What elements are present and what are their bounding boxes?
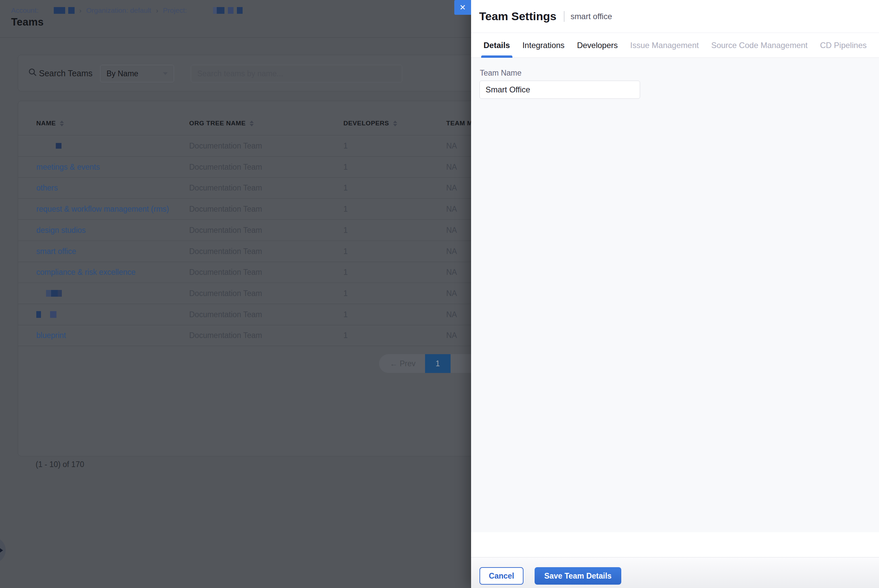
developers-cell: 1	[344, 289, 348, 298]
breadcrumb-organization[interactable]: Organization: default	[86, 6, 151, 15]
redaction-block	[228, 7, 234, 14]
developers-cell: 1	[344, 141, 348, 150]
team-name-redacted	[36, 290, 62, 297]
org-tree-name-cell: Documentation Team	[189, 289, 262, 298]
search-icon	[28, 68, 37, 76]
column-header-name[interactable]: NAME	[36, 120, 64, 127]
org-tree-name-cell: Documentation Team	[189, 141, 262, 150]
team-name-redacted	[36, 311, 57, 318]
tab-source-code-management: Source Code Management	[711, 33, 808, 58]
developers-cell: 1	[344, 162, 348, 171]
team-name-link[interactable]: meetings & events	[36, 162, 100, 171]
org-tree-name-cell: Documentation Team	[189, 162, 262, 171]
team-managers-cell: NA	[446, 268, 457, 277]
drawer-header: Team Settings smart office	[471, 0, 879, 33]
breadcrumb-account-redaction	[39, 7, 75, 14]
team-name-label: Team Name	[480, 69, 522, 78]
close-button[interactable]: ✕	[454, 0, 471, 15]
org-tree-name-cell: Documentation Team	[189, 310, 262, 319]
chevron-right-icon: ›	[79, 7, 82, 15]
redaction-block	[68, 7, 75, 14]
team-name-link[interactable]: compliance & risk excellence	[36, 268, 135, 277]
redaction-block	[46, 290, 51, 297]
redaction-block	[58, 290, 62, 297]
redaction-block	[54, 7, 65, 14]
team-managers-cell: NA	[446, 247, 457, 256]
breadcrumb-project-redaction	[187, 7, 243, 14]
redaction-block	[56, 143, 62, 149]
drawer-footer: Cancel Save Team Details	[471, 557, 879, 588]
title-separator	[564, 11, 564, 22]
search-input[interactable]	[191, 65, 402, 82]
breadcrumb-account-label[interactable]: Account:	[11, 6, 39, 15]
team-name-link[interactable]: blueprint	[36, 331, 66, 340]
org-tree-name-cell: Documentation Team	[189, 225, 262, 234]
org-tree-name-cell: Documentation Team	[189, 183, 262, 192]
tab-details[interactable]: Details	[483, 33, 510, 58]
sort-icon[interactable]	[393, 121, 397, 126]
developers-cell: 1	[344, 183, 348, 192]
developers-cell: 1	[344, 331, 348, 340]
cancel-button[interactable]: Cancel	[480, 567, 524, 585]
team-name-input[interactable]	[480, 81, 640, 99]
breadcrumb-project-label[interactable]: Project:	[163, 6, 187, 15]
pagination-prev-button[interactable]: ← Prev	[379, 359, 425, 368]
org-tree-name-cell: Documentation Team	[189, 331, 262, 340]
developers-cell: 1	[344, 247, 348, 256]
pagination-summary: (1 - 10) of 170	[36, 460, 84, 469]
team-managers-cell: NA	[446, 331, 457, 340]
org-tree-name-cell: Documentation Team	[189, 268, 262, 277]
redaction-block	[237, 7, 243, 14]
team-name-redacted	[36, 143, 62, 149]
chevron-right-icon: ›	[156, 7, 158, 15]
developers-cell: 1	[344, 268, 348, 277]
sort-icon[interactable]	[60, 121, 64, 126]
drawer-title: Team Settings	[479, 10, 556, 23]
redaction-block	[213, 7, 217, 14]
sort-icon[interactable]	[250, 121, 254, 126]
column-header-developers[interactable]: DEVELOPERS	[344, 120, 397, 127]
column-header-org-tree-name[interactable]: ORG TREE NAME	[189, 120, 254, 127]
breadcrumb: Account: › Organization: default › Proje…	[11, 6, 243, 15]
team-name-link[interactable]: request & workflow management (rms)	[36, 205, 169, 214]
team-managers-cell: NA	[446, 183, 457, 192]
redaction-block	[50, 311, 57, 318]
save-team-details-button[interactable]: Save Team Details	[535, 567, 621, 585]
drawer-subtitle: smart office	[570, 12, 612, 21]
page-title: Teams	[11, 16, 44, 28]
org-tree-name-cell: Documentation Team	[189, 205, 262, 214]
pagination-page-1[interactable]: 1	[425, 354, 451, 373]
drawer-tabs: DetailsIntegrationsDevelopersIssue Manag…	[471, 33, 879, 58]
team-managers-cell: NA	[446, 141, 457, 150]
team-managers-cell: NA	[446, 289, 457, 298]
team-managers-cell: NA	[446, 310, 457, 319]
team-name-link[interactable]: others	[36, 183, 58, 192]
developers-cell: 1	[344, 205, 348, 214]
tab-developers[interactable]: Developers	[577, 33, 618, 58]
team-managers-cell: NA	[446, 162, 457, 171]
search-filter-value: By Name	[106, 69, 138, 78]
team-settings-drawer: ✕ Team Settings smart office DetailsInte…	[471, 0, 879, 588]
team-name-link[interactable]: design studios	[36, 225, 86, 234]
drawer-content: Team Name	[471, 58, 879, 532]
team-managers-cell: NA	[446, 205, 457, 214]
chevron-down-icon	[163, 72, 168, 75]
tab-integrations[interactable]: Integrations	[522, 33, 564, 58]
team-managers-cell: NA	[446, 225, 457, 234]
developers-cell: 1	[344, 310, 348, 319]
search-teams-label: Search Teams	[39, 69, 92, 78]
redaction-block	[36, 311, 41, 318]
team-name-link[interactable]: smart office	[36, 247, 76, 256]
search-filter-select[interactable]: By Name	[100, 65, 174, 82]
redaction-block	[51, 290, 58, 297]
redaction-block	[217, 7, 225, 14]
org-tree-name-cell: Documentation Team	[189, 247, 262, 256]
sidebar-expand-button[interactable]	[0, 537, 6, 563]
arrow-right-icon	[0, 547, 3, 554]
tab-cd-pipelines: CD Pipelines	[820, 33, 867, 58]
developers-cell: 1	[344, 225, 348, 234]
tab-issue-management: Issue Management	[630, 33, 699, 58]
